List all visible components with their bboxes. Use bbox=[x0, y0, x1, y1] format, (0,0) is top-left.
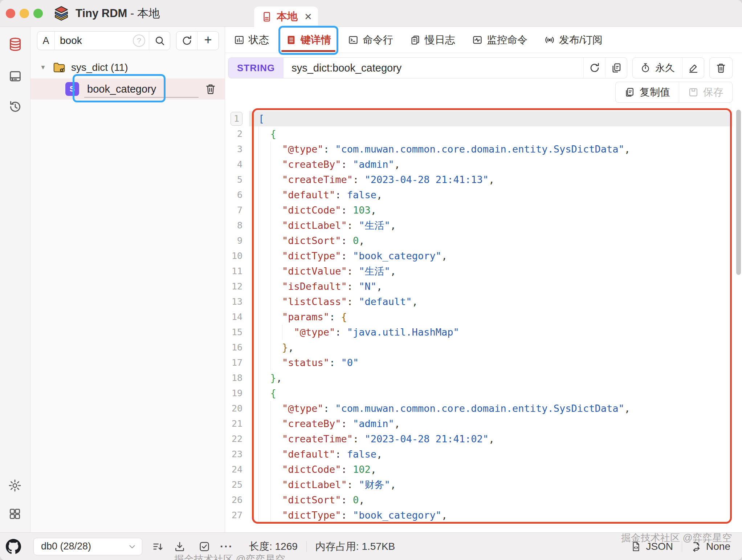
line-number: 8 bbox=[227, 218, 249, 233]
broadcast-icon bbox=[544, 35, 555, 45]
sort-keys-button[interactable] bbox=[152, 540, 164, 553]
editor-code-text[interactable]: "@type": "com.muwan.common.core.domain.e… bbox=[249, 401, 733, 416]
decode-select[interactable]: None bbox=[691, 541, 730, 552]
editor-code-text[interactable]: "status": "0" bbox=[249, 355, 733, 370]
value-editor[interactable]: 1[2 {3 "@type": "com.muwan.common.core.d… bbox=[227, 107, 733, 532]
caret-down-icon[interactable]: ▼ bbox=[40, 64, 47, 71]
stopwatch-icon bbox=[640, 62, 651, 73]
export-download-button[interactable] bbox=[174, 540, 186, 553]
search-button[interactable] bbox=[149, 32, 170, 50]
editor-code-text[interactable]: "isDefault": "N", bbox=[249, 279, 733, 294]
editor-code-text[interactable]: }, bbox=[249, 370, 733, 386]
decode-label: None bbox=[706, 541, 730, 552]
editor-code-text[interactable]: { bbox=[249, 126, 733, 142]
connection-tab[interactable]: 本地 ✕ bbox=[254, 7, 318, 27]
rename-key-button[interactable] bbox=[682, 58, 704, 78]
editor-line: 17 "status": "0" bbox=[227, 355, 733, 370]
line-number: 26 bbox=[227, 492, 249, 508]
window-minimize-button[interactable] bbox=[20, 9, 29, 18]
editor-code-text[interactable]: "default": false, bbox=[249, 447, 733, 462]
editor-code-text[interactable]: "@type": "com.muwan.common.core.domain.e… bbox=[249, 142, 733, 157]
line-number: 10 bbox=[227, 248, 249, 264]
editor-code-text[interactable]: "createTime": "2023-04-28 21:41:13", bbox=[249, 172, 733, 187]
editor-code-text[interactable]: "dictCode": 102, bbox=[249, 462, 733, 477]
editor-code-text[interactable]: "params": { bbox=[249, 309, 733, 325]
key-name[interactable]: sys_dict:book_category bbox=[284, 58, 583, 78]
editor-code-text[interactable]: "default": false, bbox=[249, 187, 733, 203]
tab-key-detail[interactable]: 键详情 bbox=[286, 27, 331, 53]
tab-monitor-label: 监控命令 bbox=[487, 33, 527, 47]
editor-code-text[interactable]: }, bbox=[249, 340, 733, 355]
tree-folder-row[interactable]: ▼ sys_dict (11) bbox=[30, 59, 225, 76]
ttl-button[interactable]: 永久 bbox=[633, 58, 682, 78]
server-list-icon[interactable] bbox=[8, 69, 23, 84]
delete-key-button[interactable] bbox=[709, 57, 733, 78]
line-number: 1 bbox=[227, 111, 249, 126]
tab-status[interactable]: 状态 bbox=[234, 27, 269, 53]
db-select[interactable]: db0 (28/28) bbox=[33, 538, 142, 555]
extensions-grid-icon[interactable] bbox=[8, 507, 22, 521]
editor-code-text[interactable]: "dictType": "book_category", bbox=[249, 508, 733, 523]
editor-code-text[interactable]: "dictSort": 0, bbox=[249, 233, 733, 248]
editor-code-text[interactable]: "dictSort": 0, bbox=[249, 492, 733, 508]
tab-pubsub[interactable]: 发布/订阅 bbox=[544, 27, 603, 53]
reload-add-group: + bbox=[176, 31, 219, 50]
close-tab-icon[interactable]: ✕ bbox=[304, 11, 312, 23]
tab-slow-log[interactable]: 慢日志 bbox=[410, 27, 455, 53]
database-browser-icon[interactable] bbox=[8, 37, 23, 52]
editor-code-text[interactable]: [ bbox=[249, 111, 733, 126]
line-number: 25 bbox=[227, 477, 249, 492]
string-type-badge: STRING bbox=[228, 58, 284, 78]
editor-line: 8 "dictLabel": "生活", bbox=[227, 218, 733, 233]
add-key-button[interactable]: + bbox=[197, 32, 219, 50]
save-label: 保存 bbox=[703, 85, 723, 99]
line-number: 23 bbox=[227, 447, 249, 462]
editor-line: 10 "dictType": "book_category", bbox=[227, 248, 733, 264]
search-mode-toggle[interactable]: A bbox=[37, 32, 55, 50]
editor-line: 25 "dictLabel": "财务", bbox=[227, 477, 733, 492]
delete-key-icon[interactable] bbox=[204, 83, 217, 95]
more-options-button[interactable]: ··· bbox=[220, 543, 233, 550]
line-number: 11 bbox=[227, 264, 249, 279]
editor-code-text[interactable]: "dictValue": "生活", bbox=[249, 264, 733, 279]
key-detail-icon bbox=[286, 35, 297, 45]
window-zoom-button[interactable] bbox=[33, 9, 43, 18]
editor-code-text[interactable]: "@type": "java.util.HashMap" bbox=[249, 325, 733, 340]
github-icon[interactable] bbox=[6, 539, 21, 554]
key-header-row: STRING sys_dict:book_category bbox=[225, 53, 742, 81]
editor-code-text[interactable]: "listClass": "default", bbox=[249, 294, 733, 309]
tab-command-line[interactable]: 命令行 bbox=[348, 27, 393, 53]
tab-pubsub-label: 发布/订阅 bbox=[559, 33, 603, 47]
editor-code-text[interactable]: "createTime": "2023-04-28 21:41:02", bbox=[249, 431, 733, 447]
editor-code-text[interactable]: "createBy": "admin", bbox=[249, 157, 733, 172]
copy-doc-icon bbox=[624, 87, 635, 98]
editor-code-text[interactable]: "createBy": "admin", bbox=[249, 416, 733, 431]
scrollbar-thumb[interactable] bbox=[736, 110, 741, 275]
editor-line: 14 "params": { bbox=[227, 309, 733, 325]
editor-code-text[interactable]: "dictLabel": "财务", bbox=[249, 477, 733, 492]
editor-code-text[interactable]: "dictCode": 103, bbox=[249, 203, 733, 218]
line-number: 20 bbox=[227, 401, 249, 416]
editor-code-text[interactable]: { bbox=[249, 386, 733, 401]
window-close-button[interactable] bbox=[6, 9, 15, 18]
copy-value-button[interactable]: 复制值 bbox=[616, 82, 679, 102]
view-format-select[interactable]: JSON bbox=[631, 541, 673, 552]
tab-monitor[interactable]: 监控命令 bbox=[472, 27, 527, 53]
reload-value-button[interactable] bbox=[583, 58, 605, 78]
memory-usage-label: 内存占用: 1.57KB bbox=[315, 540, 395, 553]
save-button[interactable]: 保存 bbox=[679, 82, 732, 102]
search-input[interactable] bbox=[55, 32, 133, 50]
history-icon[interactable] bbox=[8, 100, 23, 114]
refresh-keys-button[interactable] bbox=[176, 32, 197, 50]
settings-gear-icon[interactable] bbox=[8, 479, 22, 492]
line-number: 5 bbox=[227, 172, 249, 187]
editor-code-text[interactable]: "dictType": "book_category", bbox=[249, 248, 733, 264]
tree-key-label[interactable]: book_category bbox=[87, 83, 156, 95]
view-format-label: JSON bbox=[646, 541, 673, 552]
help-icon[interactable]: ? bbox=[133, 35, 145, 47]
editor-code-text[interactable]: "dictLabel": "生活", bbox=[249, 218, 733, 233]
tree-key-row-selected[interactable]: S book_category bbox=[30, 78, 225, 100]
checkbox-mode-button[interactable] bbox=[198, 540, 211, 553]
editor-line: 6 "default": false, bbox=[227, 187, 733, 203]
copy-key-button[interactable] bbox=[605, 58, 627, 78]
